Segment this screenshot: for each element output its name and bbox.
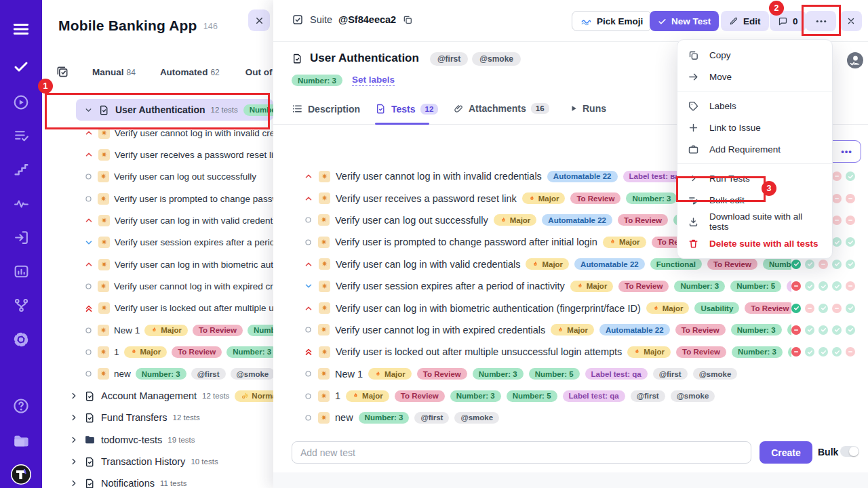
- test-row[interactable]: ✷1MajorTo ReviewNumber: 3Number: 5Label …: [273, 385, 868, 407]
- run-result-fail-icon[interactable]: [791, 325, 801, 335]
- run-result-pass-icon[interactable]: [846, 304, 855, 313]
- create-button[interactable]: Create: [760, 441, 812, 464]
- run-result-pass-icon[interactable]: [805, 260, 814, 269]
- copy-id-icon[interactable]: [402, 14, 413, 25]
- sidebar-item-account-management[interactable]: Account Management12 testsNormal: [42, 385, 273, 407]
- menu-item-copy[interactable]: Copy: [677, 44, 832, 66]
- test-row[interactable]: ✷newNumber: 3@first@smoke: [273, 407, 868, 428]
- menu-item-labels[interactable]: Labels: [677, 95, 832, 117]
- edit-button[interactable]: Edit: [721, 11, 769, 31]
- run-result-pass-icon[interactable]: [805, 325, 814, 335]
- menu-item-add-requirement[interactable]: Add Requirement: [677, 138, 832, 160]
- test-tree-item[interactable]: ✷Verify user can log in with valid crede…: [42, 209, 273, 231]
- run-result-fail-icon[interactable]: [805, 304, 814, 313]
- panel-close-button[interactable]: [248, 9, 270, 31]
- menu-item-run-tests[interactable]: Run Tests: [677, 167, 832, 189]
- test-tree-item[interactable]: ✷Verify user session expires after a per…: [42, 232, 273, 253]
- run-result-pass-icon[interactable]: [818, 347, 828, 357]
- run-result-pass-icon[interactable]: [846, 237, 855, 247]
- sidebar-activity-icon[interactable]: [0, 195, 42, 212]
- run-result-fail-icon[interactable]: [791, 347, 801, 357]
- run-result-pass-icon[interactable]: [805, 281, 814, 291]
- run-result-fail-icon[interactable]: [846, 347, 855, 357]
- run-result-fail-icon[interactable]: [846, 281, 855, 291]
- tab-description[interactable]: Description: [292, 103, 360, 115]
- sidebar-steps-icon[interactable]: [0, 161, 42, 178]
- sidebar-logo-icon[interactable]: [0, 464, 42, 485]
- test-row[interactable]: ✷Verify user session expires after a per…: [273, 275, 868, 297]
- run-result-pass-icon[interactable]: [818, 325, 828, 335]
- run-result-pass-icon[interactable]: [791, 260, 801, 269]
- sidebar-branch-icon[interactable]: [0, 297, 42, 314]
- test-row[interactable]: ✷Verify user can log in with biometric a…: [273, 297, 868, 319]
- test-tree-item[interactable]: ✷newNumber: 3@first@smoke: [42, 363, 273, 385]
- run-result-pass-icon[interactable]: [832, 347, 842, 357]
- run-result-pass-icon[interactable]: [832, 237, 842, 247]
- sidebar-check-icon[interactable]: [0, 58, 42, 75]
- sidebar-item-fund-transfers[interactable]: Fund Transfers12 tests: [42, 407, 273, 428]
- test-tree-item[interactable]: ✷Verify user is prompted to change passw…: [42, 188, 273, 209]
- set-labels-link[interactable]: Set labels: [352, 75, 395, 86]
- run-result-fail-icon[interactable]: [818, 260, 828, 269]
- tab-tests[interactable]: Tests12: [375, 103, 438, 115]
- suite-checkbox-icon[interactable]: [292, 14, 304, 26]
- menu-item-link-to-issue[interactable]: Link to Issue: [677, 117, 832, 138]
- test-tree-item[interactable]: ✷Verify user cannot log in with expired …: [42, 275, 273, 297]
- run-result-fail-icon[interactable]: [846, 216, 855, 225]
- add-test-input[interactable]: [292, 441, 751, 464]
- sidebar-gear-icon[interactable]: [0, 331, 42, 348]
- assignee-avatar[interactable]: [846, 52, 864, 72]
- sidebar-help-icon[interactable]: [0, 397, 42, 415]
- run-result-pass-icon[interactable]: [832, 325, 842, 335]
- sidebar-report-icon[interactable]: [0, 263, 42, 280]
- test-tree-item[interactable]: ✷Verify user can log in with biometric a…: [42, 253, 273, 275]
- list-more-button[interactable]: •••: [833, 141, 861, 162]
- run-result-pass-icon[interactable]: [832, 260, 842, 269]
- run-result-pass-icon[interactable]: [805, 347, 814, 357]
- test-row[interactable]: ✷Verify user cannot log in with expired …: [273, 319, 868, 341]
- menu-item-delete-suite-with-all-tests[interactable]: Delete suite with all tests: [677, 232, 832, 254]
- pick-emoji-button[interactable]: Pick Emoji: [572, 11, 652, 31]
- run-result-fail-icon[interactable]: [791, 281, 801, 291]
- test-tree-item[interactable]: ✷Verify user receives a password reset l…: [42, 144, 273, 165]
- sidebar-item-transaction-history[interactable]: Transaction History10 tests: [42, 451, 273, 472]
- run-result-pass-icon[interactable]: [846, 260, 855, 269]
- tab-runs[interactable]: Runs: [570, 103, 606, 114]
- test-row[interactable]: ✷Verify user is locked out after multipl…: [273, 341, 868, 363]
- bulk-toggle[interactable]: [840, 446, 859, 457]
- test-row[interactable]: ✷New 1MajorTo ReviewNumber: 3Number: 5La…: [273, 363, 868, 385]
- menu-item-bulk-edit[interactable]: Bulk edit: [677, 189, 832, 211]
- tab-out-of-sync[interactable]: Out of sync: [245, 67, 273, 77]
- run-result-pass-icon[interactable]: [846, 325, 855, 335]
- tab-manual[interactable]: Manual84: [92, 67, 136, 77]
- sidebar-list-check-icon[interactable]: [0, 127, 42, 144]
- new-test-button[interactable]: New Test: [650, 11, 719, 31]
- tab-automated[interactable]: Automated62: [160, 67, 220, 77]
- sidebar-folder-icon[interactable]: [0, 432, 42, 450]
- run-result-fail-icon[interactable]: [832, 304, 842, 313]
- menu-item-move[interactable]: Move: [677, 66, 832, 87]
- sidebar-item-todomvc-tests[interactable]: todomvc-tests19 tests: [42, 429, 273, 451]
- comments-button[interactable]: 0: [770, 11, 806, 31]
- sidebar-play-circle-icon[interactable]: [0, 94, 42, 111]
- test-tree-item[interactable]: ✷Verify user can log out successfully: [42, 166, 273, 188]
- test-tree-item[interactable]: ✷Verify user is locked out after multipl…: [42, 298, 273, 319]
- test-tree-item[interactable]: ✷1MajorTo ReviewNumber: 3Number: 5: [42, 341, 273, 363]
- select-all-icon[interactable]: [56, 65, 69, 79]
- run-result-fail-icon[interactable]: [846, 194, 855, 203]
- tab-attachments[interactable]: Attachments16: [454, 103, 549, 114]
- sidebar-hamburger-icon[interactable]: [0, 20, 42, 38]
- run-result-pass-icon[interactable]: [846, 171, 855, 181]
- run-result-fail-icon[interactable]: [832, 194, 842, 203]
- run-result-fail-icon[interactable]: [832, 171, 842, 181]
- sidebar-item-notifications[interactable]: Notifications11 tests: [42, 472, 273, 488]
- run-result-pass-icon[interactable]: [818, 304, 828, 313]
- run-result-pass-icon[interactable]: [818, 281, 828, 291]
- run-result-fail-icon[interactable]: [832, 216, 842, 225]
- test-tree-item[interactable]: ✷Verify user cannot log in with invalid …: [42, 122, 273, 144]
- sidebar-login-icon[interactable]: [0, 229, 42, 246]
- run-result-pass-icon[interactable]: [791, 304, 801, 313]
- close-detail-button[interactable]: [840, 11, 862, 31]
- run-result-pass-icon[interactable]: [832, 281, 842, 291]
- menu-item-download-suite-with-all-tests[interactable]: Download suite with all tests: [677, 211, 832, 232]
